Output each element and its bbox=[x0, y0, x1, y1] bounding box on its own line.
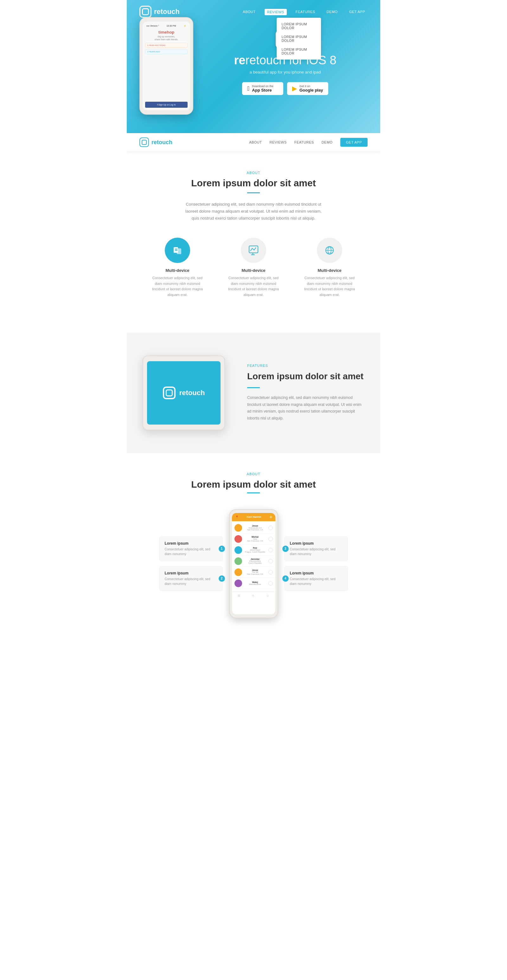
demo-item-sub-2: ViperSan Francisco, CA bbox=[244, 538, 266, 542]
demo-list-item-6: Matej Manufacturies bbox=[232, 578, 275, 589]
demo-card-2-desc: Consectetuer adipiscing elit, sed diam n… bbox=[165, 577, 218, 586]
about-section: ABOUT Lorem ipsum dolor sit amet Consect… bbox=[127, 152, 380, 332]
feature-name-2: Multi-device bbox=[225, 268, 282, 273]
google-play-icon: ▶ bbox=[292, 84, 297, 92]
feature-name-1: Multi-device bbox=[149, 268, 206, 273]
sticky-nav-demo[interactable]: DEMO bbox=[322, 140, 333, 144]
feature-desc-1: Consectetuer adipiscing elit, sed diam n… bbox=[149, 275, 206, 298]
feature-icon-1 bbox=[165, 238, 190, 263]
sticky-nav-features[interactable]: FEATURES bbox=[294, 140, 314, 144]
logo-inner-icon bbox=[142, 8, 149, 15]
demo-card-4: 4 Lorem ipsum Consectetuer adipiscing el… bbox=[284, 566, 348, 591]
ipad-logo-text: retouch bbox=[180, 389, 205, 397]
hero-section: retouch ABOUT REVIEWS LOREM IPSUM DOLOR … bbox=[127, 0, 380, 133]
nav-get-app[interactable]: GET APP bbox=[346, 8, 367, 15]
demo-title: Lorem ipsum dolor sit amet bbox=[140, 479, 367, 490]
sticky-logo[interactable]: retouch bbox=[140, 137, 172, 147]
nav-demo[interactable]: DEMO bbox=[324, 8, 340, 15]
demo-item-name-6: Matej bbox=[244, 581, 266, 583]
demo-card-3-title: Lorem ipsum bbox=[290, 541, 343, 546]
google-name: Google play bbox=[299, 88, 323, 92]
ipad-logo-icon bbox=[163, 387, 176, 399]
timehop-logo: timehop bbox=[159, 30, 175, 35]
demo-tag: ABOUT bbox=[140, 472, 367, 476]
demo-list-item-5: Jesse The MilSan Francisco, CA bbox=[232, 567, 275, 578]
feature-desc-3: Consectetuer adipiscing elit, sed diam n… bbox=[301, 275, 358, 298]
phone-screen-inner: •••• Verizon ᵀ 10:30 PM ⚡ timehop Dig up… bbox=[143, 22, 190, 110]
about-tag: ABOUT bbox=[140, 171, 367, 175]
demo-item-info-6: Matej Manufacturies bbox=[244, 581, 266, 585]
ipad-logo-inner bbox=[166, 390, 173, 396]
dropdown-item-3[interactable]: LOREM IPSUM DOLOR bbox=[277, 45, 321, 58]
sticky-logo-icon bbox=[140, 137, 149, 147]
feature-name-3: Multi-device bbox=[301, 268, 358, 273]
features-tag: FEATURES bbox=[247, 364, 364, 368]
demo-avatar-6 bbox=[235, 579, 242, 587]
hero-phone: •••• Verizon ᵀ 10:30 PM ⚡ timehop Dig up… bbox=[140, 17, 193, 115]
demo-card-2-title: Lorem ipsum bbox=[165, 571, 218, 575]
ipad-screen: retouch bbox=[147, 361, 221, 425]
sticky-logo-inner bbox=[141, 140, 147, 145]
demo-card-1-number: 1 bbox=[219, 546, 225, 552]
timehop-sub: Dig up memories,share them with friends. bbox=[155, 35, 178, 41]
demo-item-name-3: Petr bbox=[244, 547, 266, 549]
dropdown-item-1[interactable]: LOREM IPSUM DOLOR bbox=[277, 20, 321, 32]
features-grid: Multi-device Consectetuer adipiscing eli… bbox=[140, 238, 367, 317]
demo-divider bbox=[247, 492, 260, 493]
demo-item-sub-5: The MilSan Francisco, CA bbox=[244, 571, 266, 575]
phone-status-bar: •••• Verizon ᵀ 10:30 PM ⚡ bbox=[145, 24, 188, 28]
feature-item-3: Multi-device Consectetuer adipiscing eli… bbox=[301, 238, 358, 298]
appstore-name: App Store bbox=[252, 88, 273, 92]
features-body: Consectetuer adipiscing elit, sed diam n… bbox=[247, 395, 364, 422]
demo-avatar-2 bbox=[235, 535, 242, 543]
demo-card-3: 3 Lorem ipsum Consectetuer adipiscing el… bbox=[284, 536, 348, 561]
demo-item-sub-6: Manufacturies bbox=[244, 583, 266, 585]
nav-about[interactable]: ABOUT bbox=[240, 8, 258, 15]
google-play-button[interactable]: ▶ Get it on Google play bbox=[287, 82, 328, 95]
sticky-nav-links: ABOUT REVIEWS FEATURES DEMO GET APP bbox=[249, 138, 367, 147]
demo-list-item-3: Petr #ROXYNeDPrague, Czech Republic bbox=[232, 545, 275, 556]
features-highlight-section: retouch FEATURES Lorem ipsum dolor sit a… bbox=[127, 332, 380, 453]
feature-desc-2: Consectetuer adipiscing elit, sed diam n… bbox=[225, 275, 282, 298]
demo-avatar-1 bbox=[235, 524, 242, 532]
ipad-frame: retouch bbox=[143, 355, 225, 430]
demo-card-3-number: 3 bbox=[282, 546, 289, 552]
demo-item-check-6 bbox=[269, 581, 273, 585]
sticky-get-app-button[interactable]: GET APP bbox=[340, 138, 367, 147]
features-divider bbox=[247, 387, 260, 388]
demo-card-2: Lorem ipsum Consectetuer adipiscing elit… bbox=[159, 566, 223, 591]
features-ipad-area: retouch bbox=[127, 346, 241, 440]
demo-item-info-4: Jaroslav €3m/o1mNNtCzech Republic bbox=[244, 558, 266, 564]
demo-item-check-5 bbox=[269, 570, 273, 574]
nav-reviews[interactable]: REVIEWS bbox=[265, 9, 287, 15]
sticky-nav-reviews[interactable]: REVIEWS bbox=[270, 140, 287, 144]
nav-features[interactable]: FEATURES bbox=[293, 8, 318, 15]
demo-right-cards: 3 Lorem ipsum Consectetuer adipiscing el… bbox=[284, 536, 348, 591]
phone-signin-btn[interactable]: f Sign Up or Log In bbox=[145, 102, 188, 108]
appstore-button[interactable]:  Download on the App Store bbox=[242, 82, 283, 95]
phone-content-area: 1 YEAR AGO TODAY 2 YEARS AGO bbox=[145, 41, 188, 102]
logo[interactable]: retouch bbox=[140, 6, 180, 18]
demo-card-1-title: Lorem ipsum bbox=[165, 541, 218, 546]
demo-phone-list: Jesse Foursquare 2.0San Francisco, CA Mi… bbox=[232, 521, 275, 590]
about-body: Consectetuer adipiscing elit, sed diam n… bbox=[184, 201, 323, 222]
demo-card-2-text: Lorem ipsum Consectetuer adipiscing elit… bbox=[165, 571, 218, 586]
demo-card-1-text: Lorem ipsum Consectetuer adipiscing elit… bbox=[165, 541, 218, 556]
appstore-label: Download on the bbox=[252, 84, 273, 88]
demo-avatar-3 bbox=[235, 546, 242, 554]
google-text: Get it on Google play bbox=[299, 84, 323, 92]
dropdown-item-2[interactable]: LOREM IPSUM DOLOR bbox=[277, 32, 321, 45]
demo-layout: Lorem ipsum Consectetuer adipiscing elit… bbox=[140, 509, 367, 618]
demo-item-name-2: Michal bbox=[244, 536, 266, 538]
logo-icon bbox=[140, 6, 151, 18]
demo-item-name-1: Jesse bbox=[244, 525, 266, 527]
feature-icon-2 bbox=[241, 238, 266, 263]
demo-left-cards: Lorem ipsum Consectetuer adipiscing elit… bbox=[159, 536, 223, 591]
demo-card-4-text: Lorem ipsum Consectetuer adipiscing elit… bbox=[290, 571, 343, 586]
feature-item-1: Multi-device Consectetuer adipiscing eli… bbox=[149, 238, 206, 298]
phone-screen: •••• Verizon ᵀ 10:30 PM ⚡ timehop Dig up… bbox=[143, 22, 190, 110]
sticky-nav-about[interactable]: ABOUT bbox=[249, 140, 262, 144]
demo-phone: 📍 East Harlem ⚙ Jesse Foursquare 2.0San … bbox=[229, 509, 278, 618]
hero-content: •••• Verizon ᵀ 10:30 PM ⚡ timehop Dig up… bbox=[127, 24, 380, 127]
demo-card-1: Lorem ipsum Consectetuer adipiscing elit… bbox=[159, 536, 223, 561]
